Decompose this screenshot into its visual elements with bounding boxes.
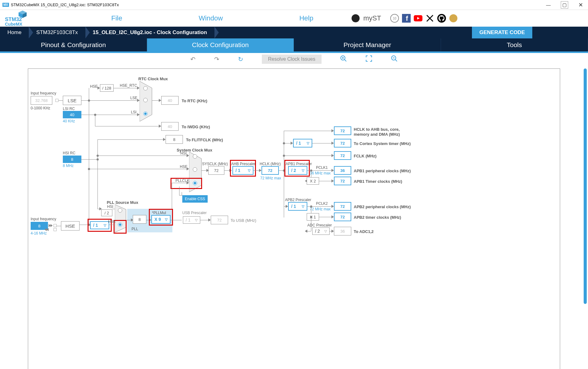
tab-clock[interactable]: Clock Configuration [147,38,294,51]
pclk2-label: PCLK2 [316,201,328,206]
generate-code-button[interactable]: GENERATE CODE [472,27,532,38]
fit-icon[interactable] [365,55,372,64]
sys-clock-mux[interactable] [189,152,204,192]
fclk-label: FCLK (MHz) [354,154,377,158]
usb-val: 72 [211,216,228,224]
iwdg-val: 40 [161,122,179,131]
cortex-div-select[interactable]: / 1▽ [293,139,312,147]
cortex-label: To Cortex System timer (MHz) [354,141,411,146]
user-icon [352,14,360,22]
lse-pin-label: LSE [130,96,137,100]
enable-css-button[interactable]: Enable CSS [182,195,208,203]
rtc-mux-lsi-radio[interactable] [143,112,148,116]
github-icon[interactable] [437,14,446,23]
vertical-scrollbar[interactable] [584,68,587,304]
redo-icon[interactable]: ↷ [214,55,219,63]
hsi-rc-label: HSI RC [63,151,76,155]
pll-label: PLL [132,227,138,231]
undo-icon[interactable]: ↶ [190,55,196,63]
crumb-home[interactable]: Home [0,27,29,38]
to-rtc-label: To RTC (KHz) [182,99,207,103]
hse-rtc-label: HSE_RTC [120,83,137,88]
adc-prescaler-select[interactable]: / 2▽ [312,227,330,235]
pll-src-hse-radio[interactable] [118,222,122,227]
hse-div-select[interactable]: / 1▽ [90,221,109,229]
rtc-mux-lse-radio[interactable] [143,98,148,102]
lse-range: 0-1000 KHz [31,106,50,110]
pclk2-max: 72 MHz max [310,207,331,211]
hse-input-freq-label: Input frequency [31,217,56,221]
hse-pad1 [54,224,57,227]
hclk-label: HCLK (MHz) [260,162,281,166]
zoom-out-icon[interactable] [391,55,398,64]
clock-diagram[interactable]: Input frequency 32.768 0-1000 KHz LSE LS… [28,68,560,369]
ahb-prescaler-select[interactable]: / 1▽ [232,166,253,175]
sys-mux-hsi-radio[interactable] [193,154,197,159]
pll-source-mux[interactable] [115,204,128,232]
chevron-down-icon: ▽ [165,217,167,222]
sys-hsi-label: HSI [180,151,187,156]
sys-mux-hse-radio[interactable] [193,167,197,172]
lsi-khz: 40 KHz [63,119,75,123]
hse-to-rtc-label: HSE [90,84,98,89]
apb1-x2: X 2 [307,177,319,185]
x-icon[interactable] [426,14,434,23]
hsi-value: 8 [63,156,81,163]
hclk-val[interactable]: 72 [262,166,279,175]
myst-button[interactable]: myST [352,14,381,22]
tab-project[interactable]: Project Manager [294,38,441,51]
resolve-clock-button[interactable]: Resolve Clock Issues [262,55,322,64]
st-icon[interactable]: 10 [390,14,399,23]
lsi-pin-label: LSI [131,110,136,114]
cortex-val: 72 [334,139,351,147]
svg-line-17 [395,59,397,61]
wiki-icon[interactable] [449,14,458,23]
zoom-in-icon[interactable] [340,55,347,64]
minimize-button[interactable]: — [545,1,552,9]
svg-line-13 [344,59,346,61]
close-button[interactable]: ✕ [577,1,584,9]
pllmul-select[interactable]: X 9▽ [151,215,171,224]
chevron-down-icon: ▽ [195,218,197,222]
lsi-rc-label: LSI RC [63,107,75,111]
pll-src-hsi-radio[interactable] [118,208,122,213]
to-usb-label: To USB (MHz) [231,218,256,223]
rtc-mux-label: RTC Clock Mux [138,77,168,81]
hclk-bus-label: HCLK to AHB bus, core, memory and DMA (M… [354,127,406,137]
sysclk-val: 72 [208,166,224,175]
hse-pad2 [54,228,57,231]
tab-pinout[interactable]: Pinout & Configuration [0,38,147,51]
apb2-timer-val: 72 [334,213,351,221]
crumb-file[interactable]: 15_OLED_I2C_U8g2.ioc - Clock Configurati… [85,27,214,38]
chevron-down-icon: ▽ [302,204,304,209]
hsi-mhz: 8 MHz [63,164,74,168]
mx-badge-icon: MX [2,3,9,7]
apb2-presc-label: APB2 Prescaler [285,198,311,202]
apb1-periph-val: 36 [334,166,351,175]
apb1-periph-label: APB1 peripheral clocks (MHz) [354,169,411,173]
refresh-icon[interactable]: ↻ [238,55,243,63]
hse-range: 4-16 MHz [31,231,47,235]
maximize-button[interactable]: ▢ [561,1,568,9]
menu-file[interactable]: File [111,14,122,22]
clock-toolbar: ↶ ↷ ↻ Resolve Clock Issues [0,53,588,65]
sys-mux-pllclk-radio[interactable] [193,181,197,185]
facebook-icon[interactable]: f [402,14,411,23]
youtube-icon[interactable] [414,14,422,23]
apb1-prescaler-select[interactable]: / 2▽ [288,166,307,175]
chevron-down-icon: ▽ [302,169,304,173]
rtc-mux-hse-radio[interactable] [143,86,148,90]
adc-out-val: 36 [334,227,351,235]
rtc-mux[interactable] [140,81,154,121]
top-menu-bar: STM32CubeMX File Window Help myST 10 f [0,10,588,27]
menu-window[interactable]: Window [199,14,223,22]
apb2-periph-label: APB2 peripheral clocks (MHz) [354,204,411,209]
apb2-prescaler-select[interactable]: / 1▽ [288,202,307,211]
menu-help[interactable]: Help [299,14,313,22]
crumb-device[interactable]: STM32F103C8Tx [29,27,85,38]
main-tabs: Pinout & Configuration Clock Configurati… [0,38,588,51]
lse-input-freq-label: Input frequency [31,91,56,95]
chevron-down-icon: ▽ [307,141,309,145]
tab-tools[interactable]: Tools [441,38,588,51]
usb-prescaler-select[interactable]: / 1▽ [183,216,200,224]
